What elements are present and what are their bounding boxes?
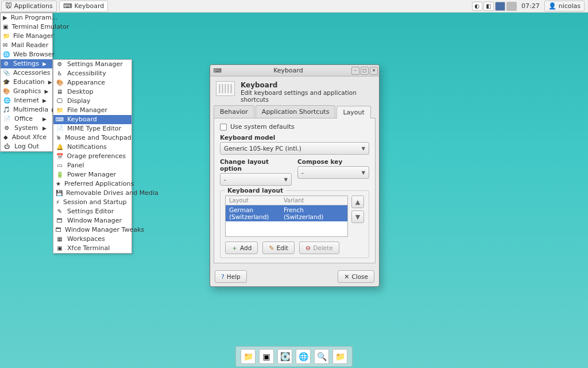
dock-item[interactable]: 💽 (277, 349, 292, 364)
menu-item-label: Preferred Applications (64, 179, 134, 189)
delete-button[interactable]: ⊖Delete (299, 241, 339, 254)
dock-item[interactable]: 🌐 (296, 349, 311, 364)
dock-item[interactable]: 📁 (332, 349, 347, 364)
menu-item[interactable]: 📁File Manager (53, 106, 131, 115)
menu-item[interactable]: 🎨Graphics▶ (1, 87, 52, 96)
menu-item[interactable]: 🗔Window Manager (53, 216, 131, 225)
applications-menu-button[interactable]: 🐭 Applications (1, 1, 57, 12)
menu-item-icon: ★ (56, 180, 61, 188)
menu-item[interactable]: ⚙Settings▶ (1, 59, 52, 68)
menu-item[interactable]: ♿Accessibility (53, 69, 131, 78)
menu-item[interactable]: ▭Panel (53, 161, 131, 170)
chevron-down-icon: ▼ (284, 177, 288, 182)
menu-item-label: Internet (14, 96, 39, 105)
table-row[interactable]: German (Switzerland) French (Switzerland… (226, 205, 347, 221)
user-menu-button[interactable]: 👤 nicolas (544, 1, 585, 12)
menu-item[interactable]: ✉Mail Reader (1, 41, 52, 50)
window-title: Keyboard (225, 67, 351, 74)
menu-item[interactable]: 🎓Education▶ (1, 78, 52, 87)
menu-item-label: MIME Type Editor (67, 124, 121, 133)
use-system-defaults-checkbox[interactable]: Use system defaults (220, 123, 369, 131)
move-up-button[interactable]: ▲ (351, 195, 364, 208)
window-header: Keyboard Edit keyboard settings and appl… (210, 76, 379, 105)
panel-right: ◐ ◧ 07:27 👤 nicolas (472, 1, 588, 12)
add-button[interactable]: ＋Add (225, 241, 258, 254)
menu-item[interactable]: 💾Removable Drives and Media (53, 189, 131, 198)
menu-item[interactable]: 🎵Multimedia▶ (1, 105, 52, 114)
menu-item-icon: ⚙ (3, 124, 11, 132)
close-button[interactable]: ✕Close (338, 270, 374, 283)
menu-item[interactable]: 📄Office▶ (1, 114, 52, 124)
menu-item-icon: 📄 (56, 125, 64, 133)
keyboard-model-select[interactable]: Generic 105-key PC (intl.) ▼ (220, 142, 369, 155)
layout-table[interactable]: Layout Variant German (Switzerland) Fren… (225, 195, 348, 237)
dock-item[interactable]: 📁 (241, 349, 256, 364)
menu-item[interactable]: 📎Accessories▶ (1, 68, 52, 78)
menu-item-label: Accessibility (67, 69, 106, 78)
menu-item[interactable]: 🔋Power Manager (53, 170, 131, 179)
tray-indicator-1[interactable]: ◐ (472, 2, 482, 11)
header-title: Keyboard (241, 81, 373, 89)
col-variant: Variant (280, 196, 347, 205)
tab-app-shortcuts[interactable]: Application Shortcuts (256, 105, 336, 118)
help-button[interactable]: ?Help (215, 270, 247, 283)
menu-item[interactable]: ▦Workspaces (53, 235, 131, 244)
applications-label: Applications (14, 2, 52, 10)
change-layout-select[interactable]: - ▼ (220, 173, 292, 186)
menu-item[interactable]: 📁File Manager (1, 32, 52, 41)
menu-item[interactable]: 🎨Appearance (53, 78, 131, 87)
menu-item[interactable]: 📅Orage preferences (53, 152, 131, 161)
menu-item-label: Settings Editor (67, 207, 114, 216)
edit-button[interactable]: ✎Edit (262, 241, 295, 254)
tab-behavior[interactable]: Behavior (214, 105, 254, 118)
menu-item[interactable]: 🗔Window Manager Tweaks (53, 225, 131, 235)
menu-item-label: Xfce Terminal (67, 244, 110, 253)
menu-item[interactable]: ✎Settings Editor (53, 207, 131, 216)
workspace-indicator-active[interactable] (495, 2, 505, 11)
menu-item[interactable]: 🌐Internet▶ (1, 96, 52, 105)
titlebar[interactable]: ⌨ Keyboard – ▢ ✕ (210, 65, 379, 76)
minimize-button[interactable]: – (351, 67, 359, 75)
tab-layout[interactable]: Layout (336, 106, 370, 118)
menu-item-icon: ⚙ (56, 60, 64, 68)
chevron-right-icon: ▶ (42, 124, 47, 133)
menu-item-label: Appearance (67, 78, 105, 87)
menu-item[interactable]: ⚡Session and Startup (53, 198, 131, 207)
taskbar-item-keyboard[interactable]: ⌨ Keyboard (59, 1, 109, 12)
close-window-button[interactable]: ✕ (370, 67, 378, 75)
menu-item[interactable]: ▣Xfce Terminal (53, 244, 131, 253)
plus-icon: ＋ (231, 244, 238, 252)
workspace-indicator-2[interactable] (506, 2, 517, 11)
tray-indicator-2[interactable]: ◧ (483, 2, 494, 11)
menu-item[interactable]: ★Preferred Applications (53, 179, 131, 189)
dock-item[interactable]: ▣ (259, 349, 274, 364)
menu-item[interactable]: 🖵Display (53, 97, 131, 106)
menu-item[interactable]: ⚙Settings Manager (53, 60, 131, 69)
menu-item[interactable]: ◆About Xfce (1, 133, 52, 142)
menu-item-icon: ✎ (56, 208, 64, 216)
menu-item-label: Panel (67, 161, 84, 170)
menu-item[interactable]: ⏻Log Out (1, 142, 52, 151)
menu-item[interactable]: 🌐Web Browser (1, 50, 52, 59)
dock-item[interactable]: 🔍 (314, 349, 329, 364)
menu-item[interactable]: 📄MIME Type Editor (53, 124, 131, 133)
menu-item-label: About Xfce (12, 133, 47, 142)
maximize-button[interactable]: ▢ (361, 67, 369, 75)
menu-item-icon: ▦ (56, 235, 64, 243)
move-down-button[interactable]: ▼ (351, 210, 364, 223)
menu-item[interactable]: 🔔Notifications (53, 143, 131, 152)
menu-item[interactable]: ⌨Keyboard (53, 115, 131, 124)
menu-item[interactable]: ⚙System▶ (1, 124, 52, 133)
menu-item[interactable]: 🖱Mouse and Touchpad (53, 133, 131, 143)
menu-item-icon: 🗔 (56, 226, 61, 234)
compose-key-select[interactable]: - ▼ (297, 166, 369, 179)
menu-item-icon: ⌨ (56, 116, 64, 124)
menu-item[interactable]: 🖥Desktop (53, 87, 131, 97)
menu-item-icon: ▣ (56, 244, 64, 252)
menu-item[interactable]: ▣Terminal Emulator (1, 22, 52, 32)
menu-item[interactable]: ▶Run Program... (1, 13, 52, 22)
model-value: Generic 105-key PC (intl.) (224, 145, 301, 152)
keyboard-layout-group: Keyboard layout Layout Variant German (S… (220, 190, 369, 258)
menu-item-label: Mouse and Touchpad (65, 133, 131, 143)
clock[interactable]: 07:27 (518, 2, 543, 10)
